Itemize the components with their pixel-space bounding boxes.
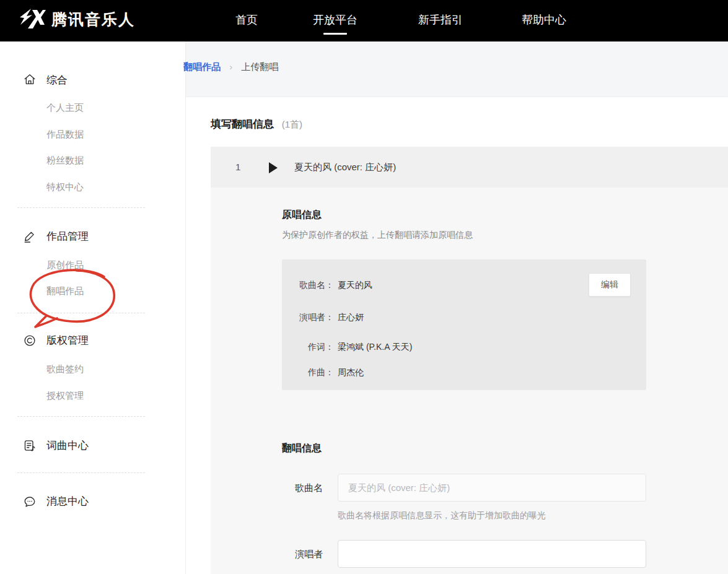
sidebar-divider — [17, 313, 145, 313]
edit-button[interactable]: 编辑 — [589, 273, 631, 297]
nav-home[interactable]: 首页 — [228, 0, 265, 41]
copyright-icon — [23, 334, 37, 347]
active-nav-underline — [323, 33, 347, 35]
home-icon — [23, 72, 37, 86]
sidebar-item-song-signing[interactable]: 歌曲签约 — [46, 362, 84, 376]
breadcrumb-separator-icon: › — [229, 61, 232, 72]
top-header: 腾讯音乐人 首页 开放平台 新手指引 帮助中心 — [0, 0, 728, 41]
nav-beginner-guide[interactable]: 新手指引 — [413, 0, 468, 41]
original-singer-row: 演唱者：庄心妍 — [294, 311, 364, 323]
original-lyricist-row: 作词：梁鸿斌 (P.K.A 天天) — [294, 341, 412, 353]
original-info-note: 为保护原创作者的权益，上传翻唱请添加原唱信息 — [282, 230, 473, 241]
sidebar-item-lyrics-center[interactable]: 词曲中心 — [46, 438, 89, 453]
breadcrumb-cover-works-link[interactable]: 翻唱作品 — [183, 61, 221, 72]
sidebar: 综合 个人主页 作品数据 粉丝数据 特权中心 作品管理 原创作品 翻唱作品 版权… — [0, 41, 186, 574]
song-count: (1首) — [282, 119, 302, 129]
cover-singer-input[interactable] — [338, 540, 646, 568]
sidebar-item-fans-data[interactable]: 粉丝数据 — [46, 153, 84, 168]
play-icon[interactable] — [269, 162, 278, 173]
sidebar-divider — [17, 416, 145, 417]
lyrics-icon — [23, 439, 37, 453]
original-info-heading: 原唱信息 — [282, 209, 322, 222]
nav-help-center[interactable]: 帮助中心 — [516, 0, 572, 41]
song-row: 1 夏天的风 (cover: 庄心妍) — [211, 147, 728, 188]
brand-logo[interactable]: 腾讯音乐人 — [19, 9, 135, 30]
sidebar-divider — [17, 207, 145, 208]
cover-singer-label: 演唱者 — [282, 540, 323, 568]
tencent-musician-logo-icon — [19, 9, 46, 30]
song-title: 夏天的风 (cover: 庄心妍) — [294, 147, 396, 188]
pencil-icon — [23, 230, 37, 243]
breadcrumb: 翻唱作品 › 上传翻唱 — [183, 59, 278, 74]
message-icon — [23, 495, 37, 508]
sidebar-item-copyright-management[interactable]: 版权管理 — [46, 333, 89, 347]
sidebar-divider — [17, 472, 145, 473]
nav-open-platform[interactable]: 开放平台 — [307, 0, 363, 41]
cover-info-heading: 翻唱信息 — [282, 442, 322, 455]
sidebar-item-cover-works[interactable]: 翻唱作品 — [46, 284, 84, 298]
song-form-panel: 原唱信息 为保护原创作者的权益，上传翻唱请添加原唱信息 歌曲名：夏天的风 演唱者… — [211, 188, 728, 574]
sidebar-item-message-center[interactable]: 消息中心 — [46, 494, 89, 508]
sidebar-item-work-management[interactable]: 作品管理 — [46, 229, 89, 243]
original-composer-row: 作曲：周杰伦 — [294, 366, 364, 378]
song-index: 1 — [235, 147, 240, 188]
brand-logo-text: 腾讯音乐人 — [51, 9, 135, 30]
sidebar-item-original-works[interactable]: 原创作品 — [46, 258, 84, 272]
sidebar-item-privilege-center[interactable]: 特权中心 — [46, 180, 84, 194]
cover-song-name-hint: 歌曲名将根据原唱信息显示，这有助于增加歌曲的曝光 — [338, 510, 546, 521]
page-title: 填写翻唱信息 (1首) — [211, 117, 302, 131]
sidebar-item-authorization-management[interactable]: 授权管理 — [46, 388, 84, 403]
cover-song-name-input[interactable] — [338, 474, 646, 502]
sidebar-item-work-data[interactable]: 作品数据 — [46, 127, 84, 142]
breadcrumb-current: 上传翻唱 — [241, 61, 278, 72]
sidebar-item-personal-homepage[interactable]: 个人主页 — [46, 100, 84, 115]
original-info-box: 歌曲名：夏天的风 演唱者：庄心妍 作词：梁鸿斌 (P.K.A 天天) 作曲：周杰… — [282, 259, 646, 390]
cover-song-name-label: 歌曲名 — [282, 474, 323, 502]
original-song-name-row: 歌曲名：夏天的风 — [294, 279, 372, 291]
sidebar-item-overview[interactable]: 综合 — [46, 73, 68, 87]
